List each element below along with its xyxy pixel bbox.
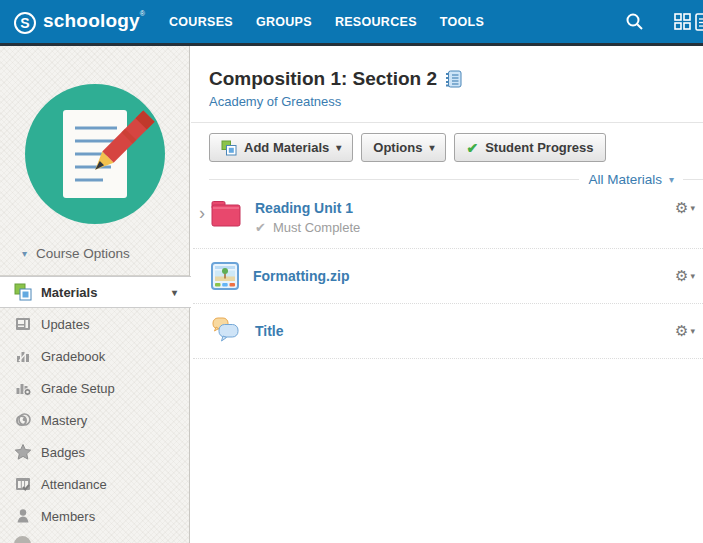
top-navbar: S schoology® COURSES GROUPS RESOURCES TO… (0, 0, 703, 46)
material-row-file: Formatting.zip ⚙ ▾ (193, 249, 703, 304)
file-package-icon[interactable] (211, 262, 239, 290)
apps-grid-icon[interactable] (674, 13, 691, 30)
row-settings-gear[interactable]: ⚙ ▾ (675, 199, 695, 217)
nav-courses[interactable]: COURSES (169, 15, 233, 29)
sidebar-item-label: Attendance (41, 477, 107, 492)
sidebar-item-label: Updates (41, 317, 89, 332)
attendance-icon (14, 475, 32, 493)
materials-filter-row: All Materials ▾ (209, 172, 703, 187)
chevron-down-icon: ▾ (690, 271, 695, 281)
schoology-logo[interactable]: S schoology® (14, 10, 145, 34)
expand-folder-chevron[interactable]: › (199, 203, 205, 223)
checkmark-icon: ✔ (255, 220, 266, 235)
materials-icon (14, 283, 32, 301)
chevron-down-icon: ▾ (172, 287, 177, 298)
material-link[interactable]: Title (255, 323, 284, 339)
members-icon (14, 507, 32, 525)
sidebar-item-label: Badges (41, 445, 85, 460)
grade-setup-icon (14, 379, 32, 397)
must-complete-badge: Must Complete (273, 220, 360, 235)
divider-line (209, 179, 579, 180)
options-button[interactable]: Options ▾ (361, 133, 446, 162)
sidebar-item-label: Members (41, 509, 95, 524)
material-link[interactable]: Formatting.zip (253, 268, 349, 284)
course-options-label: Course Options (36, 246, 130, 261)
nav-groups[interactable]: GROUPS (256, 15, 312, 29)
gear-icon: ⚙ (675, 322, 688, 340)
material-row-discussion: Title ⚙ ▾ (193, 304, 703, 359)
mastery-icon (14, 411, 32, 429)
note-and-pencil-icon (25, 84, 165, 224)
sidebar-item-partial-icon (14, 536, 31, 543)
chevron-down-icon: ▾ (690, 326, 695, 336)
gradebook-icon (14, 347, 32, 365)
page-title: Composition 1: Section 2 (209, 68, 437, 90)
course-menu: Materials ▾ Updates Gradebook (0, 276, 189, 532)
sidebar-item-label: Mastery (41, 413, 87, 428)
sidebar-item-label: Materials (41, 285, 97, 300)
logo-trademark: ® (140, 10, 145, 17)
material-link[interactable]: Reading Unit 1 (255, 200, 360, 216)
badges-icon (14, 443, 32, 461)
sidebar-item-badges[interactable]: Badges (0, 436, 189, 468)
sidebar-item-label: Gradebook (41, 349, 105, 364)
student-progress-label: Student Progress (485, 140, 593, 155)
sidebar-item-materials[interactable]: Materials ▾ (0, 276, 191, 308)
sidebar-item-updates[interactable]: Updates (0, 308, 189, 340)
gear-icon: ⚙ (675, 267, 688, 285)
primary-nav: COURSES GROUPS RESOURCES TOOLS (169, 15, 484, 29)
content-divider (191, 122, 703, 123)
course-avatar (25, 84, 165, 224)
schoology-s-icon: S (14, 12, 36, 34)
course-sidebar: ▾ Course Options Materials ▾ Updates (0, 46, 190, 543)
chevron-down-icon: ▾ (429, 142, 434, 153)
updates-icon (14, 315, 32, 333)
options-label: Options (373, 140, 422, 155)
chevron-down-icon: ▾ (336, 142, 341, 153)
chevron-down-icon: ▾ (669, 174, 674, 185)
add-materials-label: Add Materials (244, 140, 329, 155)
nav-tools[interactable]: TOOLS (440, 15, 484, 29)
sidebar-item-grade-setup[interactable]: Grade Setup (0, 372, 189, 404)
divider-line (683, 179, 703, 180)
calendar-icon[interactable] (695, 12, 703, 32)
student-progress-button[interactable]: ✔ Student Progress (454, 133, 605, 162)
logo-text: schoology (43, 10, 140, 31)
course-options-toggle[interactable]: ▾ Course Options (22, 246, 189, 261)
nav-resources[interactable]: RESOURCES (335, 15, 417, 29)
search-icon[interactable] (625, 12, 644, 31)
checkmark-icon: ✔ (466, 140, 478, 156)
chevron-down-icon: ▾ (22, 248, 27, 259)
sidebar-item-attendance[interactable]: Attendance (0, 468, 189, 500)
row-settings-gear[interactable]: ⚙ ▾ (675, 267, 695, 285)
notebook-icon (445, 70, 462, 88)
sidebar-item-gradebook[interactable]: Gradebook (0, 340, 189, 372)
sidebar-item-members[interactable]: Members (0, 500, 189, 532)
gear-icon: ⚙ (675, 199, 688, 217)
sidebar-item-label: Grade Setup (41, 381, 115, 396)
filter-label: All Materials (588, 172, 662, 187)
add-materials-icon (221, 140, 237, 156)
row-settings-gear[interactable]: ⚙ ▾ (675, 322, 695, 340)
add-materials-button[interactable]: Add Materials ▾ (209, 133, 353, 162)
main-content: Composition 1: Section 2 Academy of Grea… (191, 46, 703, 543)
material-row-folder: › Reading Unit 1 ✔ Must Complete ⚙ ▾ (193, 187, 703, 249)
sidebar-item-mastery[interactable]: Mastery (0, 404, 189, 436)
materials-list: › Reading Unit 1 ✔ Must Complete ⚙ ▾ (193, 187, 703, 359)
school-link[interactable]: Academy of Greatness (209, 94, 703, 109)
discussion-icon[interactable] (211, 317, 241, 345)
materials-toolbar: Add Materials ▾ Options ▾ ✔ Student Prog… (209, 133, 703, 162)
folder-icon[interactable] (211, 200, 241, 228)
chevron-down-icon: ▾ (690, 203, 695, 213)
all-materials-filter[interactable]: All Materials ▾ (579, 172, 683, 187)
